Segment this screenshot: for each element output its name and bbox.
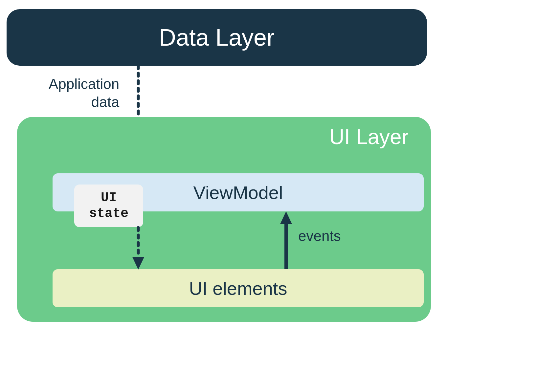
ui-elements-label: UI elements [189,278,287,299]
application-data-text: Application data [49,76,119,110]
ui-state-box: UI state [74,185,143,227]
data-layer-box: Data Layer [7,9,427,66]
ui-elements-box: UI elements [53,269,424,307]
data-layer-title: Data Layer [159,24,275,51]
svg-marker-5 [280,211,292,224]
svg-marker-3 [132,257,144,270]
arrow-viewmodel-to-uielements-icon [131,228,151,270]
ui-state-label: UI state [89,190,128,222]
arrow-events-icon [279,211,299,271]
ui-layer-box: UI Layer ViewModel UI state UI elements … [17,117,431,322]
events-label: events [298,228,341,244]
ui-layer-title: UI Layer [329,125,409,149]
viewmodel-label: ViewModel [193,182,283,203]
application-data-label: Application data [49,75,119,111]
